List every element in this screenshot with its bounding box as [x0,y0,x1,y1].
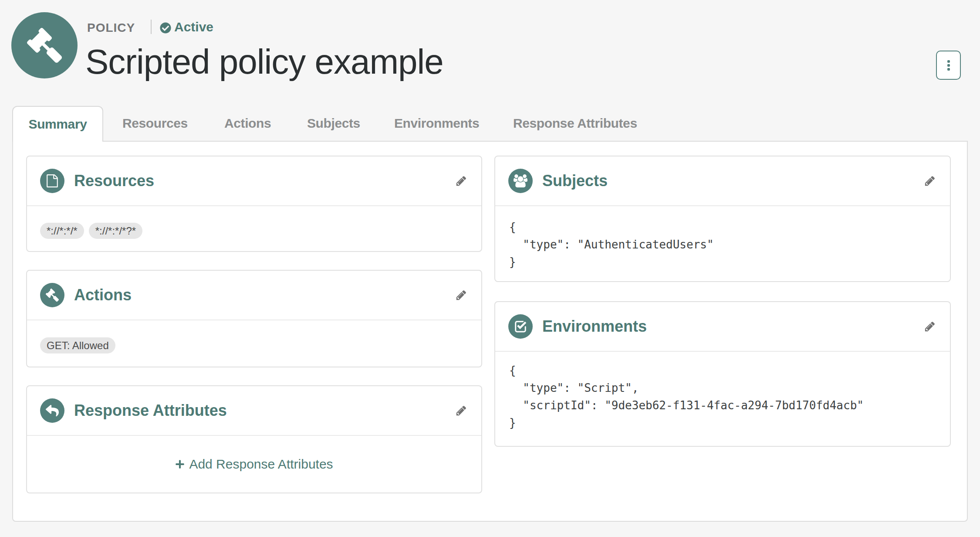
add-response-attributes-link[interactable]: Add Response Attributes [175,457,333,472]
policy-avatar [11,12,78,78]
check-square-icon [508,314,533,339]
reply-icon [40,398,64,423]
response-attributes-edit-button[interactable] [455,404,467,417]
pencil-icon [924,175,936,187]
actions-card: Actions GET: Allowed [26,270,482,367]
resources-card-header: Resources [27,156,481,206]
response-attributes-card-title: Response Attributes [74,403,227,418]
gavel-small-icon [40,283,64,307]
tab-environments[interactable]: Environments [394,106,479,141]
users-icon [508,169,533,193]
resources-edit-button[interactable] [455,175,467,187]
tab-resources[interactable]: Resources [122,106,188,141]
tab-actions[interactable]: Actions [224,106,271,141]
response-attributes-card: Response Attributes Add [26,385,482,493]
left-column: Resources *://*:*/* *://*:*/*?* [26,156,482,511]
entity-type-label: POLICY [87,22,135,34]
subjects-card-title: Subjects [542,173,608,189]
actions-card-title: Actions [74,287,132,303]
environments-card: Environments { "type": "Script", "script… [494,301,951,447]
page-title: Scripted policy example [85,44,443,79]
actions-edit-button[interactable] [455,289,467,301]
kebab-dot [947,68,950,71]
pencil-icon [456,289,467,301]
pencil-icon [456,175,467,187]
subjects-card: Subjects { "type": "AuthenticatedUsers" … [494,156,951,282]
file-icon [40,169,64,193]
pencil-icon [456,405,467,416]
plus-icon [175,459,185,469]
kebab-dot [947,64,950,67]
summary-panel: Resources *://*:*/* *://*:*/*?* [12,141,968,522]
pencil-icon [924,321,936,332]
response-attributes-card-header: Response Attributes [27,386,481,436]
environments-card-title: Environments [542,319,647,334]
resources-card: Resources *://*:*/* *://*:*/*?* [26,156,482,252]
gavel-icon [27,28,62,63]
resources-card-title: Resources [74,173,154,189]
meta-divider [151,20,152,34]
subjects-card-body: { "type": "AuthenticatedUsers" } [495,206,950,281]
response-attributes-card-body: Add Response Attributes [27,436,481,493]
subjects-json: { "type": "AuthenticatedUsers" } [495,206,950,274]
subjects-card-header: Subjects [495,156,950,206]
kebab-menu-button[interactable] [936,51,961,80]
tab-subjects[interactable]: Subjects [307,106,360,141]
environments-edit-button[interactable] [924,320,936,333]
resource-badge: *://*:*/*?* [89,223,142,239]
policy-summary-page: POLICY Active Scripted policy example Su… [0,0,980,537]
kebab-dot [947,60,950,63]
subjects-edit-button[interactable] [924,175,936,187]
action-badge: GET: Allowed [40,337,115,353]
status-badge: Active [174,20,213,34]
resources-card-body: *://*:*/* *://*:*/*?* [27,206,481,251]
actions-card-header: Actions [27,271,481,320]
environments-card-header: Environments [495,302,950,352]
environments-json: { "type": "Script", "scriptId": "9de3eb6… [495,352,950,435]
actions-card-body: GET: Allowed [27,320,481,367]
resource-badge: *://*:*/* [40,223,84,239]
tab-summary[interactable]: Summary [12,106,103,142]
status-check-icon [160,22,171,34]
environments-card-body: { "type": "Script", "scriptId": "9de3eb6… [495,352,950,446]
add-response-attributes-label: Add Response Attributes [189,457,333,472]
tab-response-attributes[interactable]: Response Attributes [513,106,637,141]
right-column: Subjects { "type": "AuthenticatedUsers" … [494,156,951,466]
tab-bar: Summary Resources Actions Subjects Envir… [0,106,980,141]
